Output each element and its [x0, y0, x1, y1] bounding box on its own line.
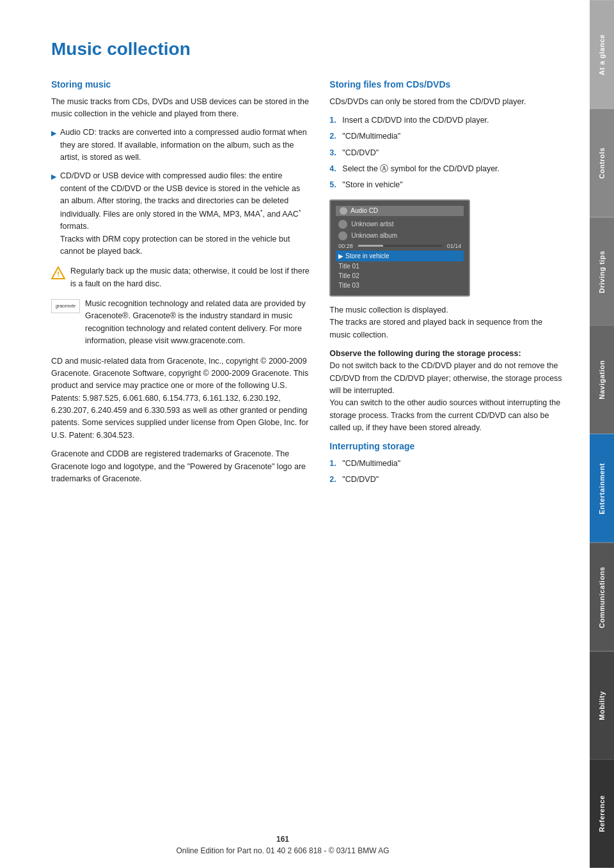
page-title: Music collection — [51, 38, 564, 60]
warning-icon: ! — [51, 266, 65, 280]
screen-title-bar: Audio CD — [336, 206, 464, 216]
interrupting-heading: Interrupting storage — [329, 441, 564, 451]
right-column: Storing files from CDs/DVDs CDs/DVDs can… — [329, 79, 564, 494]
row-icon — [338, 220, 347, 229]
footer: 161 Online Edition for Part no. 01 40 2 … — [0, 835, 565, 855]
two-column-layout: Storing music The music tracks from CDs,… — [51, 79, 564, 494]
left-column: Storing music The music tracks from CDs,… — [51, 79, 310, 494]
screen-row-unknown-album: Unknown album — [336, 230, 464, 242]
list-item: 1. Insert a CD/DVD into the CD/DVD playe… — [329, 114, 564, 127]
sidebar: At a glance Controls Driving tips Naviga… — [590, 0, 614, 868]
screen-row-title02: Title 02 — [336, 271, 464, 281]
list-item: 3. "CD/DVD" — [329, 147, 564, 159]
trademark-block: Gracenote and CDDB are registered tradem… — [51, 448, 310, 485]
sidebar-tab-controls[interactable]: Controls — [590, 109, 614, 217]
gracenote-logo: gracenote — [51, 299, 80, 313]
storing-music-heading: Storing music — [51, 79, 310, 89]
svg-text:!: ! — [57, 270, 59, 278]
main-content: Music collection Storing music The music… — [0, 0, 590, 868]
storing-steps-list: 1. Insert a CD/DVD into the CD/DVD playe… — [329, 114, 564, 192]
screen-row-unknown-artist: Unknown artist — [336, 219, 464, 230]
screen-row-title01: Title 01 — [336, 261, 464, 271]
bullet-arrow-icon: ▶ — [51, 128, 56, 139]
footer-text: Online Edition for Part no. 01 40 2 606 … — [176, 846, 389, 855]
sidebar-tab-mobility[interactable]: Mobility — [590, 651, 614, 760]
gracenote-box: gracenote Music recognition technology a… — [51, 298, 310, 348]
sidebar-tab-driving-tips[interactable]: Driving tips — [590, 217, 614, 326]
page-number: 161 — [0, 835, 565, 844]
warning-text: Regularly back up the music data; otherw… — [70, 265, 310, 290]
list-item: 1. "CD/Multimedia" — [329, 458, 564, 470]
bullet-list: ▶ Audio CD: tracks are converted into a … — [51, 127, 310, 258]
after-screen-text: The music collection is displayed.The tr… — [329, 304, 564, 341]
list-item: ▶ Audio CD: tracks are converted into a … — [51, 127, 310, 164]
screen-progress-row: 00:28 01/14 — [336, 242, 464, 251]
sidebar-tab-at-a-glance[interactable]: At a glance — [590, 0, 614, 109]
list-item: 5. "Store in vehicle" — [329, 179, 564, 191]
screen-row-store: ▶ Store in vehicle — [336, 251, 464, 261]
list-item: 2. "CD/Multimedia" — [329, 130, 564, 143]
cd-icon — [340, 207, 347, 215]
list-item: ▶ CD/DVD or USB device with compressed a… — [51, 170, 310, 258]
gracenote-text: Music recognition technology and related… — [85, 298, 310, 348]
list-item: 4. Select the Ⓐ symbol for the CD/DVD pl… — [329, 163, 564, 175]
progress-bar-container — [358, 245, 442, 247]
screen-title-text: Audio CD — [350, 207, 378, 214]
interrupting-steps-list: 1. "CD/Multimedia" 2. "CD/DVD" — [329, 458, 564, 486]
storing-files-heading: Storing files from CDs/DVDs — [329, 79, 564, 89]
bullet-text-2: CD/DVD or USB device with compressed aud… — [60, 170, 310, 258]
copyright-block: CD and music-related data from Gracenote… — [51, 355, 310, 442]
storing-intro: CDs/DVDs can only be stored from the CD/… — [329, 96, 564, 108]
sidebar-tab-communications[interactable]: Communications — [590, 543, 614, 651]
observe-text: Observe the following during the storage… — [329, 348, 564, 435]
row-icon — [338, 231, 347, 240]
sidebar-tab-navigation[interactable]: Navigation — [590, 325, 614, 434]
screen-mockup: Audio CD Unknown artist Unknown album 00… — [329, 199, 470, 297]
list-item: 2. "CD/DVD" — [329, 474, 564, 486]
progress-bar — [358, 245, 383, 247]
screen-row-title03: Title 03 — [336, 281, 464, 290]
sidebar-tab-reference[interactable]: Reference — [590, 759, 614, 868]
intro-text: The music tracks from CDs, DVDs and USB … — [51, 96, 310, 121]
warning-box: ! Regularly back up the music data; othe… — [51, 265, 310, 290]
bullet-arrow-icon: ▶ — [51, 171, 56, 182]
sidebar-tab-entertainment[interactable]: Entertainment — [590, 434, 614, 543]
bullet-text-1: Audio CD: tracks are converted into a co… — [60, 127, 310, 164]
